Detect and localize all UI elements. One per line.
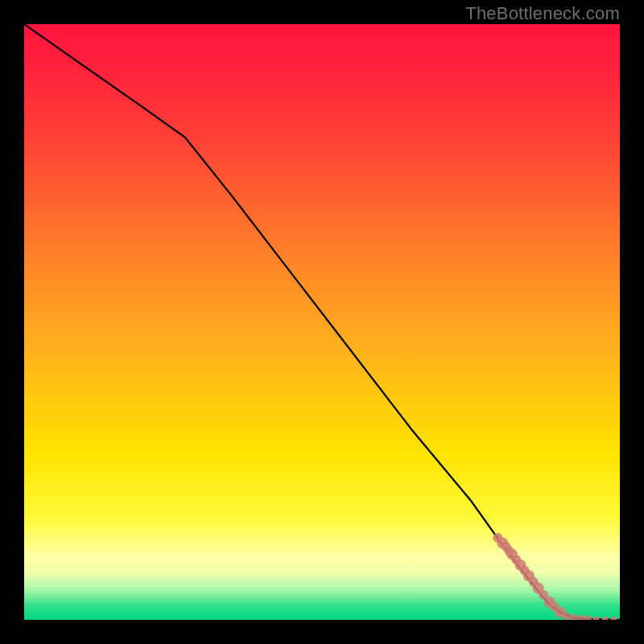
chart-frame: TheBottleneck.com: [0, 0, 644, 644]
marker-dot: [569, 614, 577, 620]
marker-dot: [611, 617, 617, 620]
marker-dot: [592, 617, 599, 620]
plot-area: [24, 24, 620, 620]
chart-svg: [24, 24, 620, 620]
marker-dot: [602, 617, 609, 620]
marker-dot: [576, 615, 584, 620]
marker-dot: [584, 615, 592, 620]
bottleneck-curve: [24, 24, 620, 620]
attribution-text: TheBottleneck.com: [465, 3, 620, 24]
marker-dot: [562, 612, 570, 620]
